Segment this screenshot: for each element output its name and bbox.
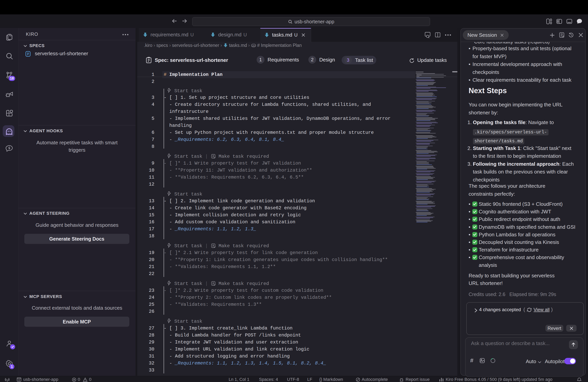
svg-text:abc: abc [252,44,255,47]
